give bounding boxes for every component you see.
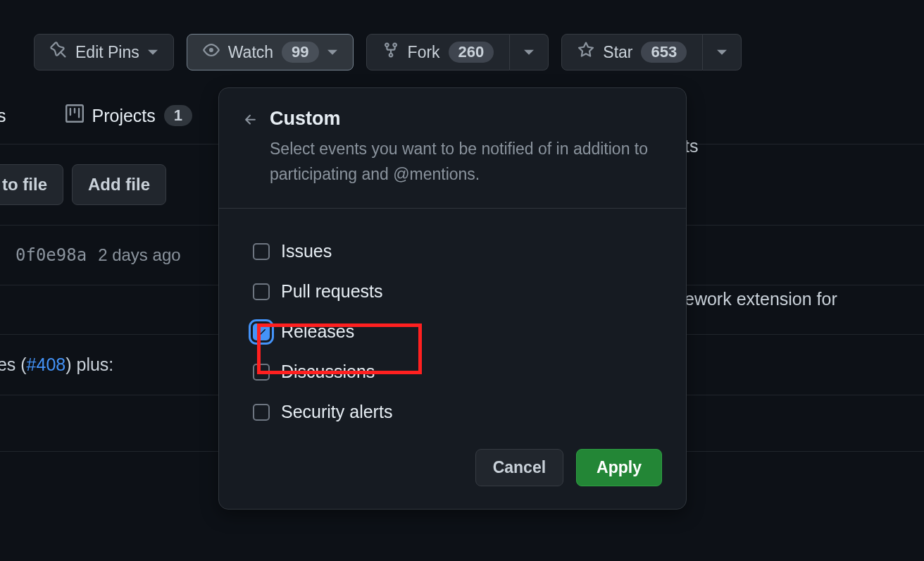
edit-pins-label: Edit Pins <box>75 43 139 62</box>
watch-custom-dropdown: Custom Select events you want to be noti… <box>218 87 687 510</box>
star-button[interactable]: Star 653 <box>561 34 703 70</box>
checkbox-discussions[interactable] <box>253 364 270 381</box>
caret-down-icon <box>327 43 337 62</box>
star-icon <box>578 42 594 63</box>
commit-hash[interactable]: 0f0e98a <box>15 245 87 265</box>
fork-dropdown-button[interactable] <box>510 34 549 70</box>
projects-count: 1 <box>164 105 192 126</box>
nav-partial-left: s <box>0 106 6 126</box>
tab-projects[interactable]: Projects 1 <box>16 104 193 127</box>
project-icon <box>65 104 84 127</box>
pin-icon <box>50 42 67 63</box>
checkbox-releases[interactable] <box>253 323 270 340</box>
watch-label: Watch <box>228 43 273 62</box>
fork-label: Fork <box>408 43 440 62</box>
dropdown-header: Custom Select events you want to be noti… <box>219 88 686 209</box>
commit-time: 2 days ago <box>98 245 180 265</box>
repo-description-partial: ework extension for <box>685 289 837 309</box>
option-discussions-label: Discussions <box>281 362 375 382</box>
star-button-group: Star 653 <box>561 34 742 70</box>
caret-down-icon <box>148 43 158 62</box>
star-dropdown-button[interactable] <box>703 34 742 70</box>
apply-button[interactable]: Apply <box>576 449 662 486</box>
option-releases-label: Releases <box>281 321 354 342</box>
dropdown-title: Custom <box>270 108 662 130</box>
go-to-file-button[interactable]: to file <box>0 164 63 205</box>
caret-down-icon <box>524 43 534 62</box>
dropdown-footer: Cancel Apply <box>219 438 686 509</box>
checkbox-issues[interactable] <box>253 243 270 260</box>
dropdown-options: Issues Pull requests Releases Discussion… <box>219 209 686 438</box>
back-button[interactable] <box>243 112 258 187</box>
fork-count: 260 <box>449 42 494 63</box>
checkbox-pull-requests[interactable] <box>253 283 270 300</box>
watch-count: 99 <box>282 42 318 63</box>
star-label: Star <box>603 43 632 62</box>
checkbox-security-alerts[interactable] <box>253 404 270 421</box>
eye-icon <box>203 42 220 63</box>
fork-button[interactable]: Fork 260 <box>366 34 511 70</box>
body-suffix: ) plus: <box>65 355 113 374</box>
option-security-alerts-label: Security alerts <box>281 402 392 422</box>
option-issues[interactable]: Issues <box>253 231 662 271</box>
repo-action-toolbar: Edit Pins Watch 99 Fork 260 <box>0 0 924 85</box>
caret-down-icon <box>717 43 727 62</box>
edit-pins-button[interactable]: Edit Pins <box>34 34 174 70</box>
dropdown-subtitle: Select events you want to be notified of… <box>270 137 662 187</box>
projects-label: Projects <box>92 106 156 126</box>
watch-button[interactable]: Watch 99 <box>187 34 354 70</box>
add-file-button[interactable]: Add file <box>72 164 166 205</box>
fork-button-group: Fork 260 <box>366 34 549 70</box>
issue-link[interactable]: #408 <box>27 355 66 374</box>
option-releases[interactable]: Releases <box>253 312 662 352</box>
option-issues-label: Issues <box>281 241 332 261</box>
option-pull-requests[interactable]: Pull requests <box>253 271 662 312</box>
body-prefix: ges ( <box>0 355 27 374</box>
star-count: 653 <box>641 42 687 63</box>
option-pull-requests-label: Pull requests <box>281 281 383 302</box>
fork-icon <box>382 42 399 63</box>
cancel-button[interactable]: Cancel <box>475 449 563 486</box>
option-security-alerts[interactable]: Security alerts <box>253 392 662 432</box>
option-discussions[interactable]: Discussions <box>253 352 662 392</box>
